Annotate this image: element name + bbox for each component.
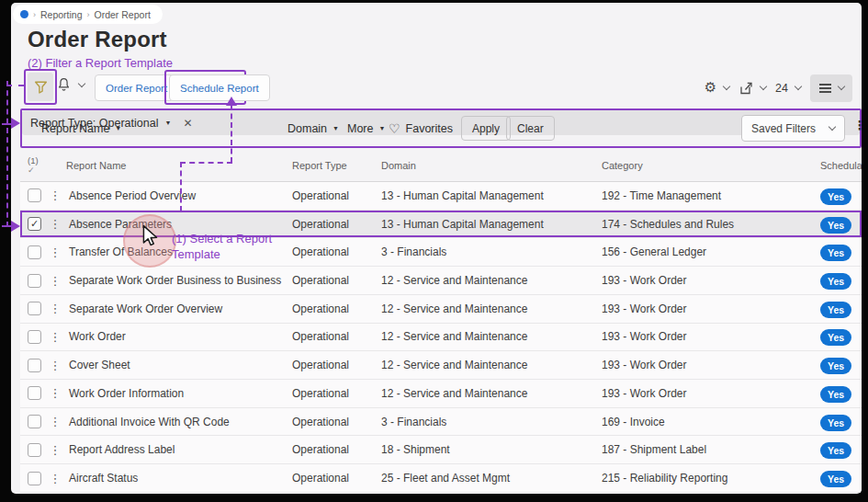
chevron-down-icon [723, 83, 730, 90]
table-row[interactable]: ✓ ⋮ Aircraft Status Operational 25 - Fle… [20, 464, 862, 493]
row-checkbox[interactable]: ✓ [28, 386, 41, 400]
row-menu-icon[interactable]: ⋮ [44, 245, 66, 259]
row-menu-icon[interactable]: ⋮ [44, 443, 66, 457]
row-checkbox[interactable]: ✓ [28, 359, 41, 372]
page-size-control[interactable]: 24 [775, 82, 801, 95]
row-menu-icon[interactable]: ⋮ [44, 359, 66, 372]
cell-category: 169 - Invoice [602, 416, 820, 428]
breadcrumb: › Reporting › Order Report [13, 5, 163, 24]
chevron-down-icon [78, 80, 85, 87]
table-row[interactable]: ✓ ⋮ Work Order Operational 12 - Service … [20, 324, 862, 352]
row-checkbox[interactable]: ✓ [28, 415, 41, 428]
chevron-down-icon [760, 83, 767, 90]
breadcrumb-page[interactable]: Order Report [95, 9, 151, 20]
schedulable-badge: Yes [820, 386, 851, 403]
table-row[interactable]: ✓ ⋮ Report Address Label Operational 18 … [20, 436, 862, 464]
cell-report-name: Absence Period Overview [66, 189, 292, 202]
filter-bar: Report Name ▼ Report Type: Operational ▼… [20, 108, 862, 148]
table-row[interactable]: ✓ ⋮ Additional Invoice With QR Code Oper… [20, 408, 862, 437]
dropdown-caret-icon: ▼ [378, 125, 385, 131]
cell-domain: 25 - Fleet and Asset Mgmt [381, 472, 602, 485]
table-row[interactable]: ✓ ⋮ Absence Parameters Operational 13 - … [20, 211, 862, 239]
list-view-icon [819, 84, 831, 93]
order-report-button[interactable]: Order Report [95, 74, 178, 101]
schedulable-badge: Yes [820, 415, 851, 431]
cell-domain: 12 - Service and Maintenance [381, 302, 602, 315]
filter-button[interactable] [28, 73, 53, 101]
cell-category: 174 - Schedules and Rules [602, 218, 820, 231]
cell-domain: 3 - Financials [381, 245, 602, 258]
column-header-category[interactable]: Category [602, 160, 820, 171]
table-row[interactable]: ✓ ⋮ Separate Work Order Business to Busi… [20, 267, 862, 295]
column-header-schedulable[interactable]: Schedulable [820, 160, 862, 171]
column-header-domain[interactable]: Domain [381, 160, 602, 171]
cell-report-name: Separate Work Order Overview [66, 302, 292, 315]
schedule-report-button[interactable]: Schedule Report [169, 74, 270, 101]
row-menu-icon[interactable]: ⋮ [44, 330, 66, 344]
saved-filters-select[interactable]: Saved Filters [741, 115, 845, 142]
row-checkbox[interactable]: ✓ [28, 472, 41, 485]
heart-icon: ♡ [389, 121, 400, 136]
cell-report-name: Aircraft Status [66, 472, 292, 485]
view-switcher-button[interactable] [810, 74, 852, 102]
row-checkbox[interactable]: ✓ [28, 443, 41, 457]
cell-report-type: Operational [292, 387, 381, 400]
row-checkbox[interactable]: ✓ [28, 302, 41, 315]
row-checkbox[interactable]: ✓ [28, 245, 41, 259]
cell-category: 193 - Work Order [602, 302, 820, 315]
row-menu-icon[interactable]: ⋮ [44, 302, 66, 315]
row-checkbox[interactable]: ✓ [28, 274, 41, 288]
schedulable-badge: Yes [820, 217, 851, 234]
table-row[interactable]: ✓ ⋮ Absence Period Overview Operational … [20, 182, 862, 211]
filter-report-name-dropdown[interactable]: Report Name ▼ [41, 110, 121, 146]
cell-domain: 12 - Service and Maintenance [381, 330, 602, 343]
filter-domain-dropdown[interactable]: Domain ▼ [287, 110, 339, 146]
schedulable-badge: Yes [820, 245, 851, 261]
breadcrumb-section[interactable]: Reporting [40, 9, 83, 20]
cell-category: 193 - Work Order [602, 330, 820, 343]
table-body: ✓ ⋮ Absence Period Overview Operational … [20, 182, 862, 493]
settings-control[interactable]: ⚙ [705, 81, 729, 95]
column-header-report-name[interactable]: Report Name [66, 160, 292, 171]
column-header-report-type[interactable]: Report Type [292, 160, 381, 171]
cell-domain: 3 - Financials [381, 416, 602, 428]
cell-domain: 12 - Service and Maintenance [381, 387, 602, 400]
cell-category: 187 - Shipment Label [602, 443, 820, 456]
filter-bar-menu-icon[interactable]: ⋮ [853, 118, 862, 132]
row-checkbox[interactable]: ✓ [28, 330, 41, 344]
row-menu-icon[interactable]: ⋮ [44, 274, 66, 288]
export-control[interactable] [738, 81, 766, 96]
favorites-toggle[interactable]: ♡ Favorites [389, 110, 453, 146]
cell-report-type: Operational [292, 218, 381, 231]
filter-more-dropdown[interactable]: More ▼ [347, 110, 385, 146]
cell-report-type: Operational [292, 472, 381, 485]
cell-domain: 12 - Service and Maintenance [381, 359, 602, 371]
breadcrumb-separator-icon: › [33, 10, 36, 19]
row-menu-icon[interactable]: ⋮ [44, 472, 66, 485]
cell-report-name: Additional Invoice With QR Code [66, 416, 292, 428]
row-menu-icon[interactable]: ⋮ [44, 217, 66, 231]
chevron-down-icon [829, 123, 836, 131]
table-row[interactable]: ✓ ⋮ Separate Work Order Overview Operati… [20, 295, 862, 324]
cell-category: 193 - Work Order [602, 274, 820, 287]
table-row[interactable]: ✓ ⋮ Cover Sheet Operational 12 - Service… [20, 351, 862, 380]
breadcrumb-separator-icon: › [87, 10, 90, 19]
dropdown-caret-icon: ▼ [333, 125, 339, 131]
notifications-control[interactable] [57, 77, 85, 93]
row-menu-icon[interactable]: ⋮ [44, 386, 66, 400]
table-row[interactable]: ✓ ⋮ Work Order Information Operational 1… [20, 380, 862, 408]
cell-report-name: Absence Parameters [66, 218, 292, 231]
apply-button[interactable]: Apply [461, 116, 511, 141]
toolbar-right-group: ⚙ 24 [705, 74, 852, 102]
cell-category: 192 - Time Management [602, 189, 820, 202]
row-checkbox[interactable]: ✓ [28, 188, 41, 202]
chip-remove-icon[interactable]: ✕ [183, 117, 192, 130]
row-checkbox[interactable]: ✓ [28, 217, 41, 231]
clear-button[interactable]: Clear [506, 116, 555, 141]
schedulable-badge: Yes [820, 358, 851, 374]
selection-count-header[interactable]: (1) ✓ [20, 156, 66, 175]
schedulable-badge: Yes [820, 471, 851, 487]
row-menu-icon[interactable]: ⋮ [44, 415, 66, 428]
table-row[interactable]: ✓ ⋮ Transfer Of Balances Operational 3 -… [20, 238, 862, 267]
row-menu-icon[interactable]: ⋮ [44, 188, 66, 202]
